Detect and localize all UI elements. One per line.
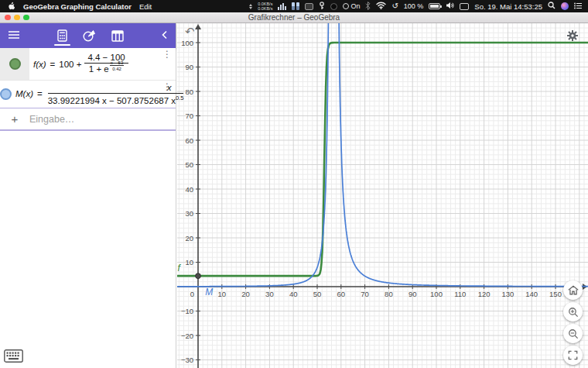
svg-text:60: 60	[185, 136, 193, 145]
svg-text:10: 10	[185, 258, 193, 267]
algebra-row-f[interactable]: f(x) = 100 + 4.4 − 100 1 + ex − 530.42 ⋮	[0, 48, 176, 81]
visibility-toggle-m[interactable]	[0, 88, 12, 100]
svg-text:−10: −10	[181, 307, 193, 315]
fullscreen-button[interactable]	[563, 346, 583, 365]
on-toggle[interactable]: On	[343, 2, 360, 10]
sidebar-toolbar	[0, 23, 176, 48]
undo-icon[interactable]: ↶	[185, 25, 195, 39]
collapse-sidebar-icon[interactable]	[161, 29, 168, 43]
wifi-icon[interactable]	[376, 2, 386, 11]
graph-view: 0102030405060708090100110120130140150−30…	[177, 23, 588, 368]
visibility-toggle-f[interactable]	[9, 58, 21, 70]
tab-algebra[interactable]	[57, 23, 67, 48]
svg-text:40: 40	[185, 185, 193, 194]
svg-text:70: 70	[185, 112, 193, 120]
memory-meter-icon[interactable]	[292, 2, 299, 10]
display-icon[interactable]	[305, 3, 313, 10]
svg-text:130: 130	[501, 290, 514, 298]
keyboard-viewer-icon[interactable]	[460, 3, 469, 10]
svg-text:90: 90	[409, 290, 417, 298]
macos-menubar: GeoGebra Graphing Calculator Edit 0.0KB/…	[0, 0, 588, 12]
svg-text:110: 110	[454, 290, 466, 298]
svg-text:50: 50	[313, 290, 322, 298]
svg-text:50: 50	[185, 160, 193, 169]
window-title: Grafikrechner – GeoGebra	[0, 13, 588, 22]
svg-text:60: 60	[337, 290, 346, 298]
network-arrows-icon[interactable]	[249, 4, 252, 9]
svg-text:100: 100	[181, 39, 193, 47]
svg-text:−30: −30	[181, 356, 193, 364]
svg-text:30: 30	[265, 290, 274, 298]
menubar-clock[interactable]: So. 19. Mai 14:53:25	[474, 2, 542, 11]
svg-text:20: 20	[241, 290, 250, 298]
algebra-sidebar: f(x) = 100 + 4.4 − 100 1 + ex − 530.42 ⋮…	[0, 23, 176, 368]
formula-m[interactable]: M(x) = x 33.99221994 x − 507.8752687 x0.…	[12, 83, 183, 105]
hamburger-menu-icon[interactable]	[8, 29, 20, 43]
tab-tools[interactable]	[83, 23, 96, 48]
zoom-in-button[interactable]	[563, 302, 583, 322]
svg-text:40: 40	[289, 290, 298, 298]
svg-text:M: M	[205, 287, 213, 297]
algebra-input[interactable]: Eingabe…	[29, 114, 74, 125]
home-button[interactable]	[563, 280, 583, 300]
svg-text:100: 100	[430, 290, 443, 298]
svg-text:20: 20	[185, 234, 193, 242]
status-dot-icon[interactable]	[330, 3, 337, 10]
svg-text:10: 10	[218, 290, 227, 298]
svg-text:70: 70	[361, 290, 369, 298]
apple-logo-icon[interactable]	[8, 2, 15, 12]
algebra-row-m[interactable]: M(x) = x 33.99221994 x − 507.8752687 x0.…	[0, 81, 176, 108]
app-name[interactable]: GeoGebra Graphing Calculator	[23, 2, 132, 11]
svg-text:120: 120	[478, 290, 491, 298]
siri-icon[interactable]	[561, 2, 569, 10]
svg-text:80: 80	[385, 290, 393, 298]
svg-text:30: 30	[185, 209, 193, 218]
bluetooth-icon[interactable]	[365, 2, 371, 12]
svg-text:80: 80	[185, 88, 193, 96]
battery-percent[interactable]: 100 %	[404, 2, 424, 10]
notification-center-icon[interactable]	[574, 2, 582, 11]
network-speed[interactable]: 0.0KB/s0.0KB/s	[258, 2, 272, 11]
tab-table[interactable]	[111, 23, 124, 48]
row-f-gutter	[0, 48, 29, 80]
spotlight-icon[interactable]	[548, 2, 556, 11]
svg-text:−20: −20	[181, 332, 193, 340]
time-machine-icon[interactable]: ↺	[391, 2, 398, 10]
graph-nav-buttons	[563, 280, 583, 365]
stats-meter-icon[interactable]	[278, 3, 286, 10]
screen: GeoGebra Graphing Calculator Edit 0.0KB/…	[0, 0, 588, 368]
row-f-menu-icon[interactable]: ⋮	[162, 50, 172, 59]
settings-gear-icon[interactable]	[566, 29, 579, 45]
row-m-gutter	[0, 81, 12, 108]
window-titlebar: Grafikrechner – GeoGebra	[0, 12, 588, 23]
algebra-input-row[interactable]: + Eingabe…	[0, 108, 176, 131]
volume-icon[interactable]	[446, 2, 454, 11]
formula-f[interactable]: f(x) = 100 + 4.4 − 100 1 + ex − 530.42	[29, 53, 176, 76]
zoom-out-button[interactable]	[563, 324, 583, 343]
svg-text:150: 150	[549, 290, 562, 298]
svg-text:0: 0	[190, 290, 194, 298]
row-m-menu-icon[interactable]: ⋮	[162, 82, 172, 91]
virtual-keyboard-icon[interactable]	[4, 349, 23, 366]
add-input-icon[interactable]: +	[0, 112, 29, 126]
graph-canvas[interactable]: 0102030405060708090100110120130140150−30…	[177, 23, 588, 368]
menu-edit[interactable]: Edit	[139, 2, 152, 11]
svg-text:90: 90	[185, 63, 193, 71]
key-icon[interactable]	[319, 2, 325, 12]
battery-icon[interactable]	[429, 3, 440, 9]
svg-text:140: 140	[525, 290, 538, 298]
